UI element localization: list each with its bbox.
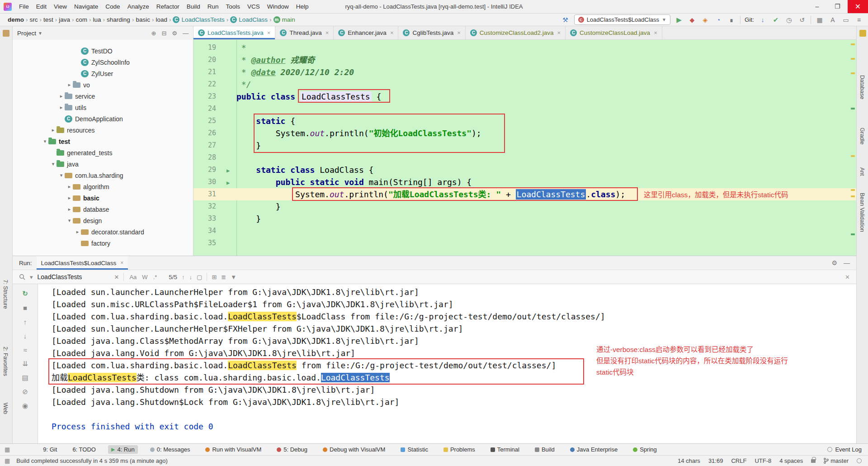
toolwindow-run-with-visualvm[interactable]: Run with VisualVM <box>202 445 264 454</box>
toolwindow-0-messages[interactable]: 0: Messages <box>147 445 193 454</box>
print-icon[interactable]: ▤ <box>20 373 30 383</box>
toolwindow-statistic[interactable]: Statistic <box>397 445 431 454</box>
breadcrumb-loadclasstests[interactable]: CLoadClassTests <box>171 16 226 24</box>
toolwindow-java-enterprise[interactable]: Java Enterprise <box>567 445 621 454</box>
close-tab-icon[interactable]: × <box>326 29 329 36</box>
status-message[interactable]: Build completed successfully in 4 s 359 … <box>16 457 168 464</box>
chevron-down-icon[interactable]: ▾ <box>30 274 33 281</box>
code-line-35[interactable]: 35 <box>193 237 856 249</box>
toolstrip-7-structure[interactable]: 7: Structure <box>2 280 9 309</box>
statusbar-menu-icon[interactable]: ▦ <box>5 457 10 464</box>
maven-toolwindow-icon[interactable] <box>859 30 866 37</box>
breadcrumb-loadclass[interactable]: CLoadClass <box>229 16 269 24</box>
tree-item-generated_tests[interactable]: generated_tests <box>13 147 193 158</box>
locate-file-icon[interactable]: ⊕ <box>151 30 156 37</box>
settings-gear-icon[interactable]: ⚙ <box>831 259 837 266</box>
menu-tools[interactable]: Tools <box>222 0 244 13</box>
tree-item-resources[interactable]: ▸resources <box>13 124 193 136</box>
tree-item-demoapplication[interactable]: CDemoApplication <box>13 113 193 124</box>
code-line-32[interactable]: 32 } <box>193 200 856 213</box>
expand-arrow-icon[interactable]: ▸ <box>74 229 81 235</box>
tree-item-decorator.standard[interactable]: ▸decorator.standard <box>13 226 193 238</box>
tree-item-java[interactable]: ▾java <box>13 158 193 170</box>
run-with-coverage-button[interactable]: ◈ <box>701 15 710 24</box>
next-match-icon[interactable]: ↓ <box>189 274 193 281</box>
collapse-all-icon[interactable]: ⊟ <box>161 30 166 37</box>
console-output[interactable]: [Loaded sun.launcher.LauncherHelper from… <box>38 284 856 443</box>
code-line-33[interactable]: 33 } <box>193 213 856 225</box>
breadcrumb-java[interactable]: java <box>57 16 71 24</box>
filter-lines-icon[interactable]: ≣ <box>221 274 226 281</box>
terminal-view-icon[interactable]: ▭ <box>841 15 850 24</box>
menu-run[interactable]: Run <box>204 0 222 13</box>
hide-panel-icon[interactable]: — <box>183 30 189 37</box>
toolstrip-web[interactable]: Web <box>2 403 9 414</box>
file-encoding[interactable]: UTF-8 <box>755 457 771 464</box>
stop-button[interactable]: ∎ <box>727 15 736 24</box>
breadcrumb-test[interactable]: test <box>42 16 55 24</box>
tree-item-zyluser[interactable]: CZylUser <box>13 68 193 79</box>
menu-list-icon[interactable]: ≡ <box>854 15 863 24</box>
toolstrip-gradle[interactable]: Gradle <box>859 128 865 145</box>
menu-refactor[interactable]: Refactor <box>153 0 183 13</box>
update-project-icon[interactable]: ↓ <box>758 15 767 24</box>
menu-vcs[interactable]: VCS <box>244 0 264 13</box>
indent-setting[interactable]: 4 spaces <box>779 457 803 464</box>
breadcrumb-src[interactable]: src <box>28 16 39 24</box>
select-all-matches-icon[interactable]: ▢ <box>197 274 202 281</box>
close-button[interactable]: ✕ <box>848 0 868 13</box>
code-line-25[interactable]: 25 static { <box>193 115 856 127</box>
notification-icon[interactable] <box>857 458 862 463</box>
tab-thread-java[interactable]: CThread.java× <box>275 26 334 39</box>
tree-item-test[interactable]: ▾test <box>13 136 193 147</box>
tab-cglibtests-java[interactable]: CCglibTests.java× <box>398 26 465 39</box>
close-tab-icon[interactable]: × <box>457 29 461 36</box>
caret-position[interactable]: 31:69 <box>708 457 723 464</box>
close-tab-icon[interactable]: × <box>654 29 657 36</box>
code-line-24[interactable]: 24 <box>193 103 856 115</box>
breadcrumb-load[interactable]: load <box>154 16 169 24</box>
pin-icon[interactable]: ◉ <box>20 401 30 411</box>
expand-arrow-icon[interactable]: ▾ <box>50 161 57 167</box>
tree-item-zylschoolinfo[interactable]: CZylSchoolInfo <box>13 57 193 68</box>
toolwindow-debug-with-visualvm[interactable]: Debug with VisualVM <box>320 445 388 454</box>
expand-arrow-icon[interactable]: ▸ <box>58 105 65 110</box>
menu-code[interactable]: Code <box>102 0 123 13</box>
code-line-19[interactable]: 19 * <box>193 42 856 54</box>
tab-customizeclassload2-java[interactable]: CCustomizeClassLoad2.java× <box>466 26 566 39</box>
tree-item-service[interactable]: ▸service <box>13 90 193 102</box>
tab-loadclasstests-java[interactable]: CLoadClassTests.java× <box>193 26 275 39</box>
stop-icon[interactable]: ■ <box>20 303 30 313</box>
toolwindow-problems[interactable]: Problems <box>440 445 478 454</box>
toolwindow-5-debug[interactable]: 5: Debug <box>274 445 311 454</box>
soft-wrap-icon[interactable]: ≈ <box>20 345 30 355</box>
close-tab-icon[interactable]: × <box>390 29 394 36</box>
menu-analyze[interactable]: Analyze <box>124 0 153 13</box>
settings-gear-icon[interactable]: ⚙ <box>172 30 177 37</box>
rerun-icon[interactable]: ↻ <box>20 289 30 299</box>
code-line-22[interactable]: 22 */ <box>193 78 856 90</box>
expand-arrow-icon[interactable]: ▸ <box>50 127 57 133</box>
toolwindow-build[interactable]: Build <box>532 445 558 454</box>
scroll-end-icon[interactable]: ⇊ <box>20 359 30 369</box>
code-line-20[interactable]: 20 * @author 戎耀奇 <box>193 54 856 66</box>
previous-match-icon[interactable]: ↑ <box>182 274 185 281</box>
build-hammer-icon[interactable]: ⚒ <box>561 15 570 24</box>
project-toolwindow-icon[interactable] <box>3 30 9 37</box>
maximize-button[interactable]: ❐ <box>827 0 848 13</box>
code-line-27[interactable]: 27 } <box>193 139 856 152</box>
down-stack-icon[interactable]: ↓ <box>20 331 30 341</box>
expand-arrow-icon[interactable]: ▸ <box>66 184 73 190</box>
code-line-30[interactable]: 30▶ public static void main(String[] arg… <box>193 176 856 188</box>
search-input[interactable]: LoadClassTests <box>38 273 110 281</box>
expand-arrow-icon[interactable]: ▸ <box>66 206 73 212</box>
tree-item-design[interactable]: ▾design <box>13 215 193 226</box>
git-branch-widget[interactable]: master <box>824 457 849 464</box>
menu-build[interactable]: Build <box>183 0 204 13</box>
chevron-down-icon[interactable]: ▼ <box>38 31 42 36</box>
event-log-button[interactable]: Event Log <box>827 446 862 453</box>
tree-item-database[interactable]: ▸database <box>13 204 193 215</box>
run-configuration-select[interactable]: C LoadClassTests$LoadClass ▼ <box>574 14 670 25</box>
menu-help[interactable]: Help <box>292 0 312 13</box>
profiler-button[interactable]: ◔ <box>714 15 723 24</box>
